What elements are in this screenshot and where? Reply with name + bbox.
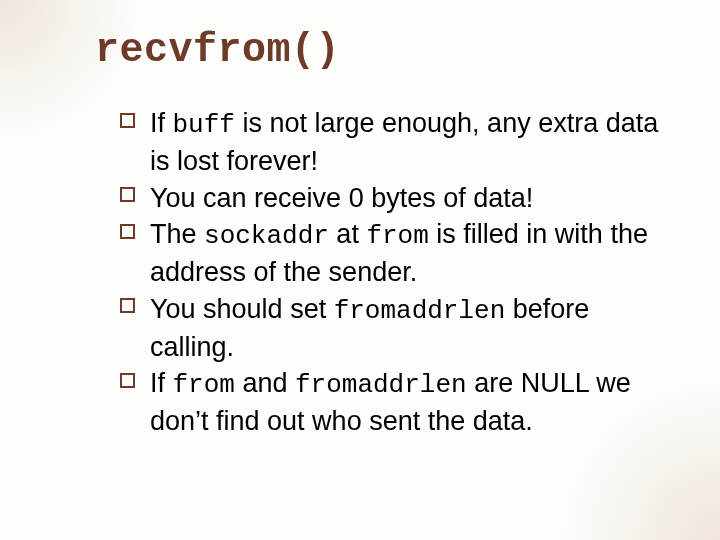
bullet-item: If from and fromaddrlen are NULL we don’… [120,365,660,440]
text-run: If [150,368,173,398]
slide-title: recvfrom() [95,28,340,73]
square-bullet-icon [120,187,135,202]
text-run: and [235,368,295,398]
bullet-text: If from and fromaddrlen are NULL we don’… [150,368,631,436]
square-bullet-icon [120,224,135,239]
text-run: You should set [150,294,334,324]
bullet-text: You should set fromaddrlen before callin… [150,294,589,362]
bullet-item: If buff is not large enough, any extra d… [120,105,660,180]
code-run: sockaddr [204,221,329,251]
bullet-item: The sockaddr at from is filled in with t… [120,216,660,291]
code-run: fromaddrlen [334,296,506,326]
code-run: fromaddrlen [295,370,467,400]
text-run: If [150,108,173,138]
text-run: The [150,219,204,249]
slide-body: If buff is not large enough, any extra d… [120,105,660,440]
square-bullet-icon [120,298,135,313]
code-run: buff [173,110,235,140]
square-bullet-icon [120,373,135,388]
square-bullet-icon [120,113,135,128]
code-run: from [173,370,235,400]
slide: recvfrom() If buff is not large enough, … [0,0,720,540]
bullet-item: You can receive 0 bytes of data! [120,180,660,216]
bullet-text: You can receive 0 bytes of data! [150,183,533,213]
bullet-item: You should set fromaddrlen before callin… [120,291,660,366]
code-run: from [366,221,428,251]
bullet-text: If buff is not large enough, any extra d… [150,108,658,176]
text-run: at [329,219,367,249]
bullet-text: The sockaddr at from is filled in with t… [150,219,648,287]
